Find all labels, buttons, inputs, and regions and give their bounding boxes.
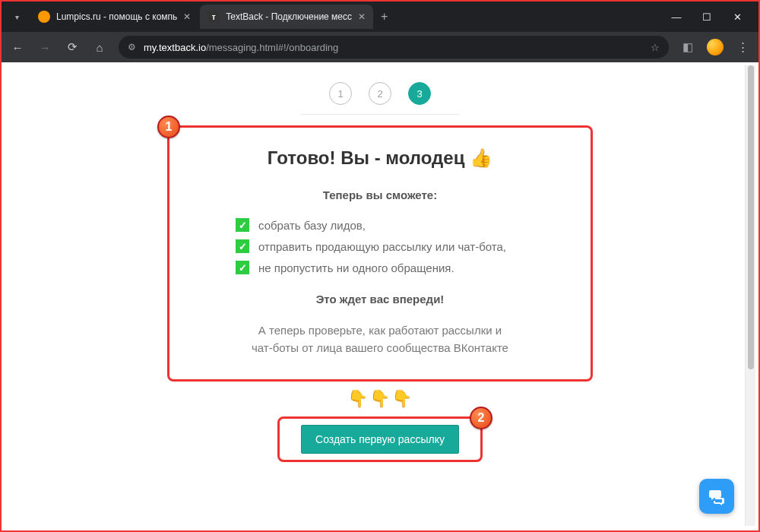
step-3[interactable]: 3: [408, 82, 431, 105]
forward-button[interactable]: →: [36, 39, 53, 55]
check-icon: ✓: [236, 239, 249, 253]
check-icon: ✓: [236, 261, 249, 274]
page-content: 1 2 3 1 Готово! Вы - молодец 👍 Теперь вы…: [3, 62, 757, 485]
browser-menu-button[interactable]: ⋮: [734, 39, 751, 55]
annotation-badge-1: 1: [157, 116, 180, 138]
onboarding-success-card: 1 Готово! Вы - молодец 👍 Теперь вы сможе…: [167, 125, 593, 382]
url-path: /messaging.html#!/onboarding: [206, 42, 338, 53]
annotation-badge-2: 2: [470, 407, 492, 429]
tab-search-dropdown[interactable]: ▾: [8, 8, 26, 26]
browser-titlebar: ▾ Lumpics.ru - помощь с компь ✕ т TextBa…: [2, 2, 758, 32]
list-item: ✓ отправить продающую рассылку или чат-б…: [236, 239, 524, 253]
step-2[interactable]: 2: [369, 82, 391, 105]
list-item: ✓ собрать базу лидов,: [236, 218, 524, 232]
back-button[interactable]: ←: [9, 39, 26, 55]
thumbs-up-icon: 👍: [470, 147, 492, 168]
step-1[interactable]: 1: [329, 82, 352, 105]
card-title-text: Готово! Вы - молодец: [268, 147, 465, 168]
new-tab-button[interactable]: +: [381, 10, 388, 24]
benefits-list: ✓ собрать базу лидов, ✓ отправить продаю…: [236, 218, 524, 274]
card-title: Готово! Вы - молодец 👍: [215, 147, 545, 169]
bookmark-icon[interactable]: ☆: [651, 42, 660, 53]
reload-button[interactable]: ⟳: [64, 39, 81, 55]
close-window-button[interactable]: ✕: [730, 11, 745, 23]
tab-title: Lumpics.ru - помощь с компь: [56, 11, 177, 22]
create-first-mailing-button[interactable]: Создать первую рассылку: [301, 425, 459, 454]
vertical-scrollbar[interactable]: [745, 65, 755, 526]
check-icon: ✓: [236, 218, 249, 232]
card-try-text: А теперь проверьте, как работают рассылк…: [215, 322, 545, 356]
site-settings-icon[interactable]: ⚙: [128, 42, 136, 52]
try-line-1: А теперь проверьте, как работают рассылк…: [258, 324, 502, 337]
tab-lumpics[interactable]: Lumpics.ru - помощь с компь ✕: [30, 5, 198, 29]
maximize-button[interactable]: ☐: [699, 11, 714, 23]
minimize-button[interactable]: ―: [669, 11, 684, 23]
onboarding-stepper: 1 2 3: [300, 78, 460, 115]
profile-avatar[interactable]: [707, 39, 724, 55]
cta-highlight-box: 2 Создать первую рассылку: [277, 416, 483, 462]
try-line-2: чат-боты от лица вашего сообщества ВКонт…: [252, 341, 508, 354]
favicon-textback: т: [207, 11, 220, 23]
chat-widget-button[interactable]: [699, 479, 734, 514]
card-ahead-text: Это ждет вас впереди!: [215, 293, 545, 306]
card-subhead: Теперь вы сможете:: [215, 188, 545, 201]
list-item-text: не пропустить ни одного обращения.: [258, 261, 454, 274]
pointing-down-icon: 👇👇👇: [33, 389, 727, 409]
list-item-text: собрать базу лидов,: [258, 219, 366, 232]
close-icon[interactable]: ✕: [183, 11, 191, 22]
browser-toolbar: ← → ⟳ ⌂ ⚙ my.textback.io/messaging.html#…: [2, 32, 758, 62]
favicon-lumpics: [38, 11, 50, 23]
list-item-text: отправить продающую рассылку или чат-бот…: [258, 240, 506, 253]
window-controls: ― ☐ ✕: [669, 11, 752, 23]
list-item: ✓ не пропустить ни одного обращения.: [236, 261, 524, 274]
url-domain: my.textback.io: [144, 42, 206, 53]
extension-icon[interactable]: ◧: [679, 39, 696, 55]
tab-title: TextBack - Подключение месс: [226, 11, 352, 22]
page-viewport: 1 2 3 1 Готово! Вы - молодец 👍 Теперь вы…: [3, 62, 757, 529]
close-icon[interactable]: ✕: [358, 11, 366, 22]
home-button[interactable]: ⌂: [91, 39, 108, 55]
url-bar[interactable]: ⚙ my.textback.io/messaging.html#!/onboar…: [119, 36, 669, 59]
tab-textback[interactable]: т TextBack - Подключение месс ✕: [200, 5, 373, 29]
